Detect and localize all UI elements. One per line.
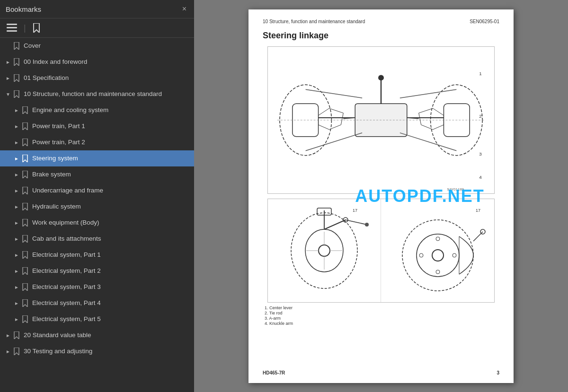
bookmark-label: Engine and cooling system <box>32 106 190 114</box>
bookmark-label: Power train, Part 2 <box>32 138 190 147</box>
bookmark-label: Undercarriage and frame <box>32 186 190 195</box>
expand-arrow: ► <box>12 108 21 113</box>
page-header-left: 10 Structure, function and maintenance s… <box>263 19 365 24</box>
expand-arrow: ► <box>12 269 21 274</box>
page-footer: HD465-7R 3 <box>263 370 499 375</box>
svg-marker-23 <box>14 348 19 355</box>
bookmark-icon <box>21 171 29 178</box>
bookmark-icon <box>12 90 21 98</box>
svg-marker-15 <box>23 219 27 226</box>
bookmark-item-spec[interactable]: ►01 Specification <box>0 70 194 86</box>
svg-point-61 <box>432 250 444 261</box>
legend-item-2: 2. Tie rod <box>265 311 499 315</box>
bookmark-icon <box>21 155 29 162</box>
bookmark-item-powertrain2[interactable]: ►Power train, Part 2 <box>0 134 194 150</box>
svg-marker-4 <box>14 42 19 50</box>
expand-arrow: ► <box>12 285 21 290</box>
svg-point-62 <box>436 237 440 241</box>
svg-text:17: 17 <box>353 208 357 213</box>
svg-marker-17 <box>23 251 27 259</box>
bookmark-item-work[interactable]: ►Work equipment (Body) <box>0 215 194 231</box>
svg-text:4: 4 <box>479 174 482 180</box>
expand-arrow: ► <box>12 317 21 322</box>
expand-arrow: ▼ <box>4 92 12 97</box>
sidebar-toolbar: | <box>0 18 194 38</box>
list-view-button[interactable] <box>5 22 19 34</box>
svg-marker-8 <box>23 106 27 114</box>
bookmark-label: Electrical system, Part 5 <box>32 315 190 323</box>
bookmark-item-steering[interactable]: ►Steering system <box>0 150 194 166</box>
svg-marker-20 <box>23 299 27 307</box>
bookmark-label: 20 Standard value table <box>24 331 190 340</box>
diagram-bottom-left: 17 <box>268 199 381 302</box>
svg-text:1: 1 <box>479 71 482 76</box>
bookmark-label: Cab and its attachments <box>32 235 190 243</box>
bookmark-item-testing[interactable]: ►30 Testing and adjusting <box>0 343 194 359</box>
svg-marker-12 <box>23 171 27 178</box>
bookmark-item-elec5[interactable]: ►Electrical system, Part 5 <box>0 311 194 327</box>
expand-arrow: ► <box>12 172 21 177</box>
bookmark-label: Power train, Part 1 <box>32 122 190 131</box>
bookmark-item-brake[interactable]: ►Brake system <box>0 166 194 183</box>
bookmark-label: Electrical system, Part 3 <box>32 283 190 291</box>
bookmark-icon <box>21 139 29 146</box>
bookmark-item-cover[interactable]: Cover <box>0 38 194 54</box>
bookmark-icon <box>21 122 29 130</box>
expand-arrow: ► <box>12 188 21 193</box>
expand-arrow: ► <box>12 156 21 161</box>
steering-diagram-top: 1 2 3 4 9JY01189 <box>268 47 494 193</box>
bookmark-item-elec4[interactable]: ►Electrical system, Part 4 <box>0 295 194 311</box>
expand-arrow: ► <box>4 333 12 338</box>
svg-point-59 <box>402 220 473 291</box>
svg-marker-16 <box>23 235 27 243</box>
close-button[interactable]: × <box>180 4 188 14</box>
expand-arrow: ► <box>4 349 12 354</box>
bookmark-icon <box>21 315 29 323</box>
bookmark-icon <box>12 348 21 355</box>
diagram-area: 1 2 3 4 9JY01189 <box>263 46 499 303</box>
bookmark-item-elec2[interactable]: ►Electrical system, Part 2 <box>0 263 194 279</box>
expand-arrow: ► <box>12 236 21 242</box>
bookmark-view-button[interactable] <box>31 21 42 35</box>
bookmark-icon <box>21 219 29 226</box>
svg-marker-9 <box>23 122 27 130</box>
bookmark-item-powertrain1[interactable]: ►Power train, Part 1 <box>0 118 194 134</box>
main-content: 10 Structure, function and maintenance s… <box>194 0 568 392</box>
legend-area: 1. Center lever 2. Tie rod 3. A-arm 4. K… <box>263 305 499 326</box>
bookmark-icon <box>21 187 29 194</box>
bookmark-item-cab[interactable]: ►Cab and its attachments <box>0 231 194 247</box>
svg-line-33 <box>400 89 457 98</box>
svg-text:9JY01189: 9JY01189 <box>447 187 464 192</box>
bookmark-label: Work equipment (Body) <box>32 218 190 227</box>
svg-marker-19 <box>23 283 27 291</box>
svg-point-36 <box>378 75 384 80</box>
bookmark-item-elec3[interactable]: ►Electrical system, Part 3 <box>0 279 194 295</box>
bookmark-item-index[interactable]: ►00 Index and foreword <box>0 54 194 70</box>
bookmark-item-standard[interactable]: ►20 Standard value table <box>0 327 194 343</box>
legend-item-3: 3. A-arm <box>265 316 499 321</box>
svg-text:3: 3 <box>479 151 482 156</box>
svg-line-67 <box>473 232 483 241</box>
bookmark-label: 00 Index and foreword <box>24 58 190 66</box>
bookmark-item-engine[interactable]: ►Engine and cooling system <box>0 102 194 118</box>
legend-item-4: 4. Knuckle arm <box>265 321 499 326</box>
bookmark-item-structure[interactable]: ▼10 Structure, function and maintenance … <box>0 86 194 102</box>
bookmark-item-undercarriage[interactable]: ►Undercarriage and frame <box>0 183 194 199</box>
top-diagram: 1 2 3 4 9JY01189 <box>267 46 495 194</box>
bookmark-label: Steering system <box>32 154 190 163</box>
bookmark-item-hydraulic[interactable]: ►Hydraulic system <box>0 199 194 215</box>
steering-diagram-bottom-right: 17 <box>386 203 490 298</box>
bookmark-icon <box>21 203 29 210</box>
expand-arrow: ► <box>4 76 12 81</box>
expand-arrow: ► <box>12 204 21 209</box>
sidebar-content[interactable]: Cover►00 Index and foreword►01 Specifica… <box>0 38 194 392</box>
bookmark-icon <box>12 74 21 82</box>
expand-arrow: ► <box>12 124 21 129</box>
svg-marker-3 <box>34 23 39 33</box>
expand-arrow: ► <box>12 220 21 226</box>
bookmark-item-elec1[interactable]: ►Electrical system, Part 1 <box>0 247 194 263</box>
svg-marker-18 <box>23 267 27 275</box>
page-view: 10 Structure, function and maintenance s… <box>248 9 514 383</box>
svg-marker-6 <box>14 74 19 82</box>
bookmark-label: Brake system <box>32 170 190 179</box>
